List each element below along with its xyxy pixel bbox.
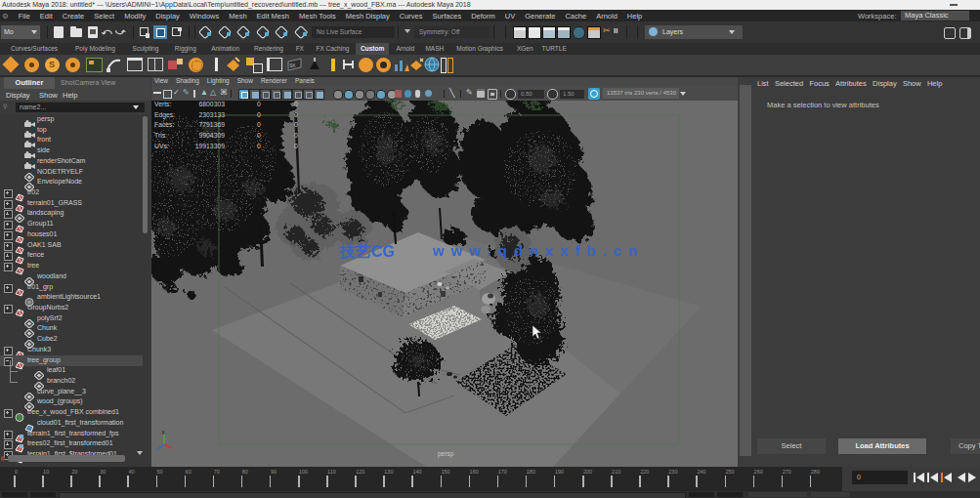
svg-text:0: 0 <box>294 111 298 118</box>
svg-text:19913309: 19913309 <box>195 143 225 149</box>
svg-text:UVs:: UVs: <box>154 143 169 149</box>
svg-text:9904309: 9904309 <box>199 132 226 139</box>
svg-text:7791369: 7791369 <box>199 121 226 128</box>
svg-text:Edges:: Edges: <box>154 111 175 119</box>
svg-text:Tris:: Tris: <box>154 132 167 139</box>
svg-text:www.qdnxxfb.cn: www.qdnxxfb.cn <box>432 242 645 259</box>
svg-text:SK: SK <box>289 62 296 68</box>
svg-text:技艺CG: 技艺CG <box>339 243 395 260</box>
svg-text:0: 0 <box>257 143 261 149</box>
svg-text:0: 0 <box>257 101 261 107</box>
svg-text:Faces:: Faces: <box>154 121 175 128</box>
svg-text:0: 0 <box>294 132 298 139</box>
svg-text:0: 0 <box>294 121 298 128</box>
svg-text:6800303: 6800303 <box>199 101 226 107</box>
svg-text:0: 0 <box>294 143 298 149</box>
svg-text:Verts:: Verts: <box>154 101 171 107</box>
svg-text:0: 0 <box>257 111 261 118</box>
svg-text:0: 0 <box>257 132 261 139</box>
svg-text:0: 0 <box>257 121 261 128</box>
svg-text:0: 0 <box>294 101 298 107</box>
svg-text:2303133: 2303133 <box>199 111 226 118</box>
svg-text:persp: persp <box>438 450 454 458</box>
